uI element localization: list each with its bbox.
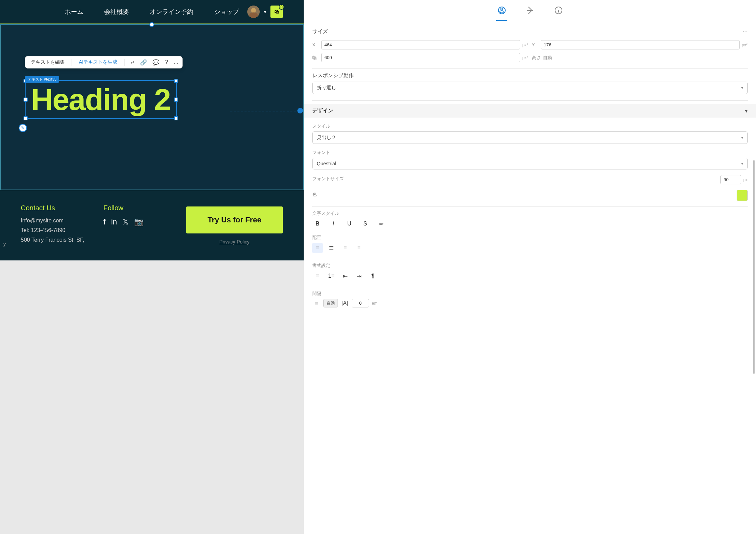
linkedin-icon[interactable]: in [111,218,117,227]
highlight-button[interactable]: ✏ [376,219,386,229]
width-unit: px* [522,55,528,60]
color-swatch[interactable] [737,190,748,201]
width-field: 幅 px* [312,53,528,62]
ai-text-button[interactable]: AIテキストを生成 [77,58,119,66]
align-row: ≡ ☰ ≡ ≡ [312,243,748,253]
indent-dec-button[interactable]: ⇤ [340,271,350,281]
format-row: ≡ 1≡ ⇤ ⇥ ¶ [312,271,748,281]
facebook-icon[interactable]: f [103,218,105,227]
footer-follow-col: Follow f in 𝕏 📷 [103,204,172,247]
twitter-icon[interactable]: 𝕏 [122,218,129,227]
contact-address: 500 Terry Francois St. SF, [21,237,90,243]
responsive-dropdown-arrow-icon: ▾ [741,85,743,90]
design-section-header: デザイン ▾ [304,104,756,118]
font-size-label: フォントサイズ [312,176,344,182]
divider-1 [312,68,748,69]
cta-button[interactable]: Try Us for Free [186,206,283,233]
design-label: デザイン [312,108,333,114]
hero-section[interactable]: テキストを編集 AIテキストを生成 ⤶ 🔗 💬 ? ... テキスト #text… [0,24,304,190]
heading-text[interactable]: Heading 2 [31,82,170,117]
handle-bottom-left[interactable] [24,116,28,120]
handle-mid-right[interactable] [174,98,178,102]
handle-bottom-right[interactable] [174,116,178,120]
edit-text-button[interactable]: テキストを編集 [29,58,66,66]
right-panel: サイズ ··· X px* Y px* 幅 px* 高さ 自動 [304,0,756,534]
nav-booking[interactable]: オンライン予約 [150,8,193,16]
italic-button[interactable]: I [328,219,339,229]
nav-home[interactable]: ホーム [65,8,83,16]
list-ordered-button[interactable]: 1≡ [326,271,336,281]
format-label: 書式設定 [312,263,748,269]
font-size-input[interactable] [720,175,741,184]
divider-2 [312,100,748,101]
x-input[interactable] [321,40,520,49]
tab-help[interactable] [553,5,564,16]
link-icon[interactable]: ⤶ [130,59,135,66]
help-icon[interactable]: ? [165,59,168,65]
footer-section: y Contact Us Info@mysite.com Tel: 123-45… [0,190,304,260]
cart-icon[interactable]: 🛍 0 [270,6,283,18]
color-row: 色 [312,190,748,201]
responsive-dropdown[interactable]: 折り返し ▾ [312,82,748,94]
style-field-label: スタイル [312,123,748,129]
rotation-handle[interactable]: ↻ [19,124,27,132]
align-center-button[interactable]: ☰ [326,243,336,253]
font-dropdown-arrow-icon: ▾ [741,161,743,166]
nav-about[interactable]: 会社概要 [104,8,129,16]
letter-spacing-input[interactable] [352,299,369,307]
selection-handle-top[interactable] [149,22,154,27]
cart-badge: 0 [279,4,284,10]
svg-point-1 [249,12,258,18]
element-tag[interactable]: テキスト #text33 [25,76,59,83]
strikethrough-button[interactable]: S [360,219,370,229]
svg-point-0 [251,8,256,13]
instagram-icon[interactable]: 📷 [134,218,144,227]
social-icons: f in 𝕏 📷 [103,218,172,227]
underline-button[interactable]: U [344,219,354,229]
spacing-field-row: 間隔 ≡ 自動 |A| em [312,291,748,307]
align-left-button[interactable]: ≡ [312,243,323,253]
style-dropdown[interactable]: 見出し２ ▾ [312,131,748,144]
spacing-label: 間隔 [312,291,748,297]
panel-tabs [304,0,756,21]
width-label: 幅 [312,55,319,61]
font-field-row: フォント Questrial ▾ [312,149,748,169]
footer-cta-col: Try Us for Free Privacy Policy [186,204,283,247]
design-collapse-icon[interactable]: ▾ [745,108,748,114]
privacy-link[interactable]: Privacy Policy [219,239,249,245]
paragraph-button[interactable]: ¶ [368,271,378,281]
letter-spacing-unit: em [372,301,378,306]
extension-handle[interactable] [297,108,303,113]
line-height-auto[interactable]: 自動 [323,299,338,307]
handle-mid-left[interactable] [24,98,28,102]
handle-top-right[interactable] [174,79,178,83]
width-input[interactable] [321,53,520,62]
contact-tel: Tel: 123-456-7890 [21,227,90,233]
chain-link-icon[interactable]: 🔗 [140,59,147,66]
y-field: Y px* [532,40,748,49]
follow-heading: Follow [103,204,172,212]
bold-button[interactable]: B [312,219,323,229]
list-bullet-button[interactable]: ≡ [312,271,323,281]
avatar-chevron-icon[interactable]: ▾ [264,9,266,15]
size-more-icon[interactable]: ··· [743,28,748,35]
tab-design[interactable] [496,5,507,16]
spacing-row: ≡ 自動 |A| em [312,299,748,307]
y-input[interactable] [541,40,740,49]
comment-icon[interactable]: 💬 [153,59,159,66]
heading-element[interactable]: Heading 2 ↻ [25,80,177,119]
align-right-button[interactable]: ≡ [340,243,350,253]
tab-animation[interactable] [525,5,536,16]
format-field-row: 書式設定 ≡ 1≡ ⇤ ⇥ ¶ [312,263,748,281]
avatar[interactable] [247,6,260,18]
y-label: Y [532,42,539,47]
nav-shop[interactable]: ショップ [214,8,239,16]
more-icon[interactable]: ... [174,59,178,65]
floating-toolbar: テキストを編集 AIテキストを生成 ⤶ 🔗 💬 ? ... [25,56,183,68]
indent-inc-button[interactable]: ⇥ [354,271,364,281]
font-dropdown[interactable]: Questrial ▾ [312,158,748,169]
scroll-indicator[interactable] [753,160,755,374]
align-justify-button[interactable]: ≡ [354,243,364,253]
font-field-label: フォント [312,149,748,156]
text-style-row: B I U S ✏ [312,219,748,229]
